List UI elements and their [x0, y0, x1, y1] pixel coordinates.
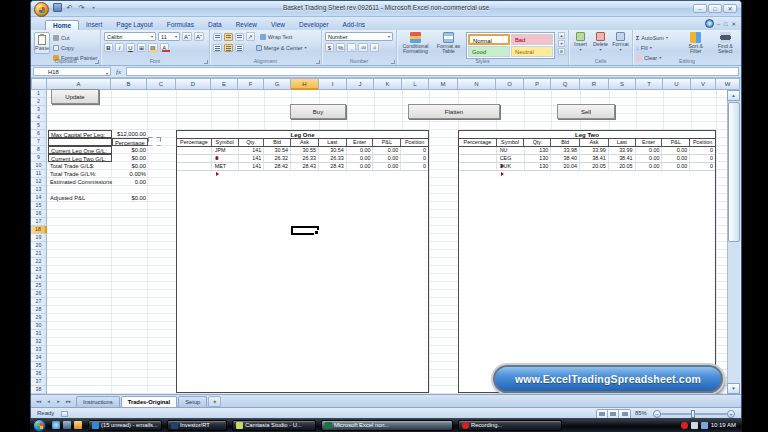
row-header-15[interactable]: 15 [31, 202, 47, 210]
column-header-U[interactable]: U [663, 78, 691, 90]
row-header-21[interactable]: 21 [31, 250, 47, 258]
increase-decimal-icon[interactable]: .00 [358, 43, 368, 52]
format-cells-button[interactable]: Format▾ [612, 32, 629, 52]
column-header-H[interactable]: H [291, 78, 319, 90]
formula-input[interactable] [126, 67, 739, 76]
row-header-3[interactable]: 3 [31, 106, 47, 114]
zoom-in-icon[interactable]: + [727, 410, 735, 418]
column-header-P[interactable]: P [524, 78, 551, 90]
row-header-8[interactable]: 8 [31, 146, 47, 154]
row-header-38[interactable]: 38 [31, 386, 47, 394]
borders-icon[interactable]: ⊞ [137, 43, 146, 52]
quick-launch-icon-3[interactable] [74, 421, 82, 429]
row-header-30[interactable]: 30 [31, 322, 47, 330]
sheet-tab-instructions[interactable]: Instructions [76, 396, 120, 407]
row-header-16[interactable]: 16 [31, 210, 47, 218]
sheet-tab-setup[interactable]: Setup [178, 396, 207, 407]
alignment-dialog-launcher-icon[interactable] [316, 60, 320, 64]
column-header-Q[interactable]: Q [551, 78, 580, 90]
row-header-14[interactable]: 14 [31, 194, 47, 202]
row-header-20[interactable]: 20 [31, 242, 47, 250]
row-header-1[interactable]: 1 [31, 90, 47, 98]
column-header-T[interactable]: T [636, 78, 663, 90]
taskbar-button-5[interactable]: Recording... [458, 420, 562, 431]
column-header-B[interactable]: B [111, 78, 147, 90]
cut-button[interactable]: Cut [53, 33, 97, 42]
tab-view[interactable]: View [264, 20, 292, 30]
workbook-restore-button[interactable]: □ [723, 21, 728, 27]
tab-review[interactable]: Review [229, 20, 264, 30]
page-layout-view-icon[interactable] [608, 410, 619, 418]
close-button[interactable]: ✕ [723, 4, 737, 13]
format-as-table-button[interactable]: Format as Table [433, 32, 464, 55]
vertical-scroll-thumb[interactable] [728, 102, 740, 242]
start-button[interactable] [33, 419, 46, 432]
row-header-27[interactable]: 27 [31, 298, 47, 306]
column-header-I[interactable]: I [319, 78, 347, 90]
row-header-12[interactable]: 12 [31, 178, 47, 186]
comma-style-icon[interactable]: , [347, 43, 356, 52]
row-header-24[interactable]: 24 [31, 274, 47, 282]
tab-data[interactable]: Data [201, 20, 229, 30]
row-header-11[interactable]: 11 [31, 170, 47, 178]
column-header-L[interactable]: L [402, 78, 429, 90]
font-name-combo[interactable]: Calibri▾ [104, 32, 156, 41]
row-header-25[interactable]: 25 [31, 282, 47, 290]
zoom-out-icon[interactable]: – [653, 410, 661, 418]
align-left-icon[interactable] [213, 44, 222, 52]
normal-view-icon[interactable] [597, 410, 608, 418]
worksheet-grid[interactable] [47, 90, 742, 394]
row-header-28[interactable]: 28 [31, 306, 47, 314]
row-header-7[interactable]: 7 [31, 138, 47, 146]
fill-color-icon[interactable]: ▨ [148, 43, 158, 52]
column-header-K[interactable]: K [374, 78, 402, 90]
column-header-G[interactable]: G [264, 78, 291, 90]
column-header-D[interactable]: D [176, 78, 211, 90]
macro-record-icon[interactable] [61, 411, 68, 417]
row-header-26[interactable]: 26 [31, 290, 47, 298]
row-header-4[interactable]: 4 [31, 114, 47, 122]
insert-function-icon[interactable]: fx [113, 68, 124, 76]
zoom-thumb[interactable] [691, 410, 695, 418]
column-header-R[interactable]: R [580, 78, 609, 90]
workbook-close-button[interactable]: ✕ [730, 21, 737, 27]
number-format-combo[interactable]: Number▾ [325, 32, 393, 41]
style-neutral[interactable]: Neutral [511, 46, 553, 57]
autosum-button[interactable]: ΣAutoSum▾ [636, 33, 679, 42]
row-header-22[interactable]: 22 [31, 258, 47, 266]
style-bad[interactable]: Bad [511, 34, 553, 45]
wrap-text-button[interactable]: Wrap Text [260, 32, 293, 41]
select-all-corner[interactable] [31, 78, 47, 90]
column-header-C[interactable]: C [147, 78, 176, 90]
first-sheet-icon[interactable]: ◂◂ [34, 398, 43, 404]
insert-cells-button[interactable]: Insert▾ [572, 32, 589, 52]
recording-tray-icon[interactable] [681, 422, 688, 429]
name-box-dropdown-icon[interactable]: ▾ [106, 70, 108, 78]
clipboard-dialog-launcher-icon[interactable] [95, 60, 99, 64]
fill-button[interactable]: ↓Fill▾ [636, 43, 679, 52]
column-header-J[interactable]: J [347, 78, 374, 90]
underline-icon[interactable]: U [126, 43, 135, 52]
font-dialog-launcher-icon[interactable] [204, 60, 208, 64]
zoom-level[interactable]: 85% [635, 410, 647, 416]
grow-font-icon[interactable]: Aˆ [182, 32, 192, 41]
help-icon[interactable]: ? [705, 19, 714, 28]
gallery-more-icon[interactable]: ☰ [558, 48, 565, 55]
row-header-19[interactable]: 19 [31, 234, 47, 242]
font-color-icon[interactable]: A [160, 43, 169, 52]
gallery-up-icon[interactable]: ▲ [558, 32, 565, 39]
column-header-W[interactable]: W [716, 78, 740, 90]
maximize-button[interactable]: □ [708, 4, 722, 13]
style-normal[interactable]: Normal [468, 34, 510, 45]
row-header-5[interactable]: 5 [31, 122, 47, 130]
taskbar-button-2[interactable]: Investor/RT [167, 420, 227, 431]
row-header-35[interactable]: 35 [31, 362, 47, 370]
column-header-A[interactable]: A [47, 78, 111, 90]
page-break-view-icon[interactable] [619, 410, 630, 418]
row-header-29[interactable]: 29 [31, 314, 47, 322]
paste-button[interactable]: Paste [34, 32, 50, 54]
delete-cells-button[interactable]: Delete▾ [592, 32, 609, 52]
column-header-M[interactable]: M [429, 78, 458, 90]
row-header-33[interactable]: 33 [31, 346, 47, 354]
taskbar-button-3[interactable]: Camtasia Studio - U... [232, 420, 316, 431]
